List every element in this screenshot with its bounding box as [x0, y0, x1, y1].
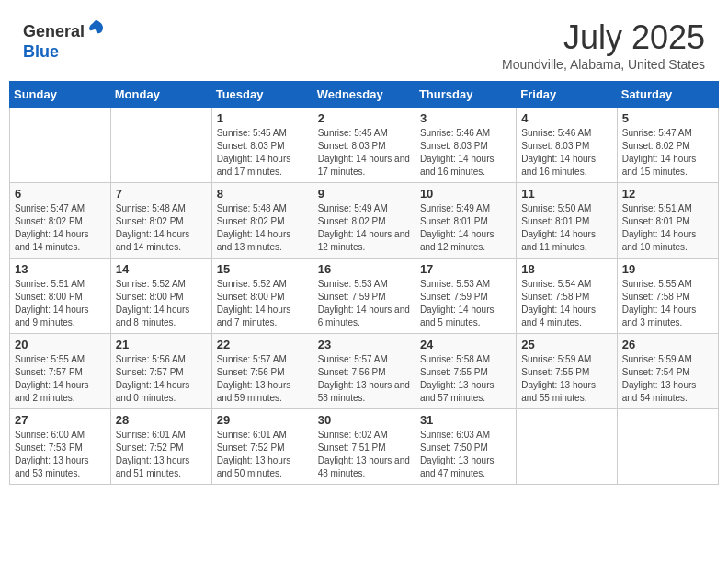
day-number: 17 [420, 262, 511, 276]
week-row-4: 20Sunrise: 5:55 AM Sunset: 7:57 PM Dayli… [10, 334, 719, 409]
day-cell: 9Sunrise: 5:49 AM Sunset: 8:02 PM Daylig… [313, 183, 415, 259]
weekday-header-saturday: Saturday [617, 82, 718, 108]
logo-bird-icon [86, 18, 105, 37]
day-number: 30 [318, 413, 410, 427]
day-cell: 25Sunrise: 5:59 AM Sunset: 7:55 PM Dayli… [517, 334, 617, 409]
day-cell: 30Sunrise: 6:02 AM Sunset: 7:51 PM Dayli… [313, 409, 415, 485]
day-info: Sunrise: 6:01 AM Sunset: 7:52 PM Dayligh… [217, 429, 308, 480]
day-number: 27 [15, 413, 106, 427]
day-number: 29 [217, 413, 308, 427]
day-info: Sunrise: 5:55 AM Sunset: 7:58 PM Dayligh… [622, 278, 713, 329]
logo-blue: Blue [23, 42, 59, 61]
day-info: Sunrise: 5:57 AM Sunset: 7:56 PM Dayligh… [217, 353, 308, 405]
day-info: Sunrise: 5:52 AM Sunset: 8:00 PM Dayligh… [116, 278, 207, 329]
day-cell: 29Sunrise: 6:01 AM Sunset: 7:52 PM Dayli… [211, 409, 313, 485]
day-info: Sunrise: 5:59 AM Sunset: 7:54 PM Dayligh… [622, 353, 713, 405]
day-info: Sunrise: 6:02 AM Sunset: 7:51 PM Dayligh… [318, 429, 410, 480]
day-cell: 14Sunrise: 5:52 AM Sunset: 8:00 PM Dayli… [110, 259, 211, 334]
day-info: Sunrise: 5:58 AM Sunset: 7:55 PM Dayligh… [420, 353, 511, 405]
day-info: Sunrise: 6:01 AM Sunset: 7:52 PM Dayligh… [116, 429, 207, 480]
week-row-2: 6Sunrise: 5:47 AM Sunset: 8:02 PM Daylig… [10, 183, 719, 259]
day-cell: 15Sunrise: 5:52 AM Sunset: 8:00 PM Dayli… [211, 259, 313, 334]
day-number: 18 [521, 262, 611, 276]
day-number: 13 [15, 262, 106, 276]
day-cell [517, 409, 617, 485]
day-cell: 16Sunrise: 5:53 AM Sunset: 7:59 PM Dayli… [313, 259, 415, 334]
day-number: 23 [318, 338, 410, 351]
title-block: July 2025 Moundville, Alabama, United St… [502, 18, 705, 72]
weekday-header-sunday: Sunday [10, 82, 111, 108]
day-cell: 21Sunrise: 5:56 AM Sunset: 7:57 PM Dayli… [110, 334, 211, 409]
day-cell: 26Sunrise: 5:59 AM Sunset: 7:54 PM Dayli… [617, 334, 718, 409]
day-cell: 2Sunrise: 5:45 AM Sunset: 8:03 PM Daylig… [313, 108, 415, 183]
day-cell: 22Sunrise: 5:57 AM Sunset: 7:56 PM Dayli… [211, 334, 313, 409]
day-number: 31 [420, 413, 511, 427]
location: Moundville, Alabama, United States [502, 57, 705, 72]
day-number: 20 [15, 338, 106, 351]
day-info: Sunrise: 5:49 AM Sunset: 8:02 PM Dayligh… [318, 202, 410, 254]
day-info: Sunrise: 5:57 AM Sunset: 7:56 PM Dayligh… [318, 353, 410, 405]
day-number: 6 [15, 187, 106, 201]
day-number: 4 [521, 111, 611, 125]
day-info: Sunrise: 5:45 AM Sunset: 8:03 PM Dayligh… [217, 127, 308, 178]
day-cell: 31Sunrise: 6:03 AM Sunset: 7:50 PM Dayli… [415, 409, 516, 485]
day-info: Sunrise: 5:47 AM Sunset: 8:02 PM Dayligh… [622, 127, 713, 178]
day-info: Sunrise: 6:03 AM Sunset: 7:50 PM Dayligh… [420, 429, 511, 480]
day-number: 25 [521, 338, 611, 351]
weekday-header-friday: Friday [517, 82, 617, 108]
day-number: 2 [318, 111, 410, 125]
day-cell: 11Sunrise: 5:50 AM Sunset: 8:01 PM Dayli… [517, 183, 617, 259]
day-info: Sunrise: 6:00 AM Sunset: 7:53 PM Dayligh… [15, 429, 106, 480]
day-number: 11 [521, 187, 611, 201]
logo-general: General [23, 22, 85, 40]
week-row-5: 27Sunrise: 6:00 AM Sunset: 7:53 PM Dayli… [10, 409, 719, 485]
day-number: 1 [217, 111, 308, 125]
day-info: Sunrise: 5:50 AM Sunset: 8:01 PM Dayligh… [521, 202, 611, 254]
day-info: Sunrise: 5:45 AM Sunset: 8:03 PM Dayligh… [318, 127, 410, 178]
day-number: 5 [622, 111, 713, 125]
day-info: Sunrise: 5:54 AM Sunset: 7:58 PM Dayligh… [521, 278, 611, 329]
day-info: Sunrise: 5:53 AM Sunset: 7:59 PM Dayligh… [318, 278, 410, 329]
day-cell: 3Sunrise: 5:46 AM Sunset: 8:03 PM Daylig… [415, 108, 516, 183]
day-number: 14 [116, 262, 207, 276]
day-info: Sunrise: 5:48 AM Sunset: 8:02 PM Dayligh… [217, 202, 308, 254]
day-number: 7 [116, 187, 207, 201]
month-title: July 2025 [502, 18, 705, 57]
day-cell: 28Sunrise: 6:01 AM Sunset: 7:52 PM Dayli… [110, 409, 211, 485]
day-info: Sunrise: 5:47 AM Sunset: 8:02 PM Dayligh… [15, 202, 106, 254]
day-number: 24 [420, 338, 511, 351]
day-cell: 1Sunrise: 5:45 AM Sunset: 8:03 PM Daylig… [211, 108, 313, 183]
day-cell [10, 108, 111, 183]
logo: General Blue [23, 18, 105, 62]
day-number: 19 [622, 262, 713, 276]
weekday-header-wednesday: Wednesday [313, 82, 415, 108]
day-cell: 19Sunrise: 5:55 AM Sunset: 7:58 PM Dayli… [617, 259, 718, 334]
day-cell: 17Sunrise: 5:53 AM Sunset: 7:59 PM Dayli… [415, 259, 516, 334]
day-number: 16 [318, 262, 410, 276]
day-cell: 7Sunrise: 5:48 AM Sunset: 8:02 PM Daylig… [110, 183, 211, 259]
logo-text: General Blue [23, 18, 105, 62]
day-cell: 20Sunrise: 5:55 AM Sunset: 7:57 PM Dayli… [10, 334, 111, 409]
page-header: General Blue July 2025 Moundville, Alaba… [9, 9, 719, 76]
day-cell [617, 409, 718, 485]
calendar-table: SundayMondayTuesdayWednesdayThursdayFrid… [9, 81, 719, 485]
day-cell: 4Sunrise: 5:46 AM Sunset: 8:03 PM Daylig… [517, 108, 617, 183]
day-number: 15 [217, 262, 308, 276]
day-info: Sunrise: 5:53 AM Sunset: 7:59 PM Dayligh… [420, 278, 511, 329]
weekday-header-row: SundayMondayTuesdayWednesdayThursdayFrid… [10, 82, 719, 108]
day-number: 12 [622, 187, 713, 201]
day-cell: 23Sunrise: 5:57 AM Sunset: 7:56 PM Dayli… [313, 334, 415, 409]
day-cell: 27Sunrise: 6:00 AM Sunset: 7:53 PM Dayli… [10, 409, 111, 485]
day-cell: 10Sunrise: 5:49 AM Sunset: 8:01 PM Dayli… [415, 183, 516, 259]
day-number: 21 [116, 338, 207, 351]
day-cell: 24Sunrise: 5:58 AM Sunset: 7:55 PM Dayli… [415, 334, 516, 409]
day-number: 9 [318, 187, 410, 201]
day-number: 28 [116, 413, 207, 427]
week-row-1: 1Sunrise: 5:45 AM Sunset: 8:03 PM Daylig… [10, 108, 719, 183]
day-info: Sunrise: 5:46 AM Sunset: 8:03 PM Dayligh… [521, 127, 611, 178]
day-number: 8 [217, 187, 308, 201]
day-cell: 5Sunrise: 5:47 AM Sunset: 8:02 PM Daylig… [617, 108, 718, 183]
day-info: Sunrise: 5:48 AM Sunset: 8:02 PM Dayligh… [116, 202, 207, 254]
day-cell: 13Sunrise: 5:51 AM Sunset: 8:00 PM Dayli… [10, 259, 111, 334]
weekday-header-monday: Monday [110, 82, 211, 108]
